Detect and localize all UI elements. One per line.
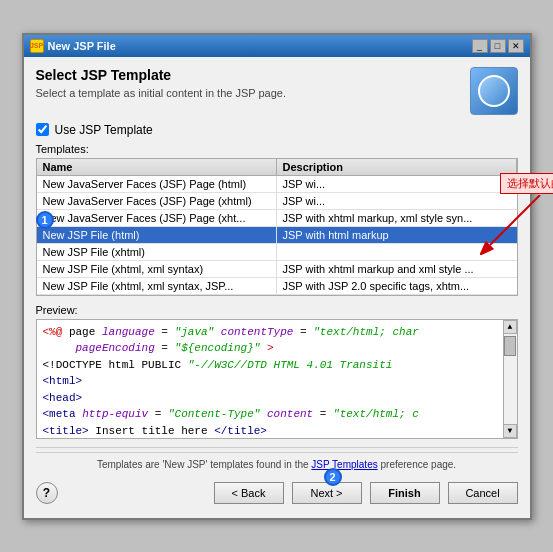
svg-line-0 [490,195,540,245]
table-header: Name Description [37,159,517,176]
col-header-name: Name [37,159,277,175]
row-desc: JSP with JSP 2.0 specific tags, xhtm... [277,278,517,294]
preview-line: <head> [43,390,511,407]
header-icon [470,67,518,115]
row-desc: JSP with xhtml markup and xml style ... [277,261,517,277]
col-header-desc: Description [277,159,517,175]
footer-text-before: Templates are 'New JSP' templates found … [97,459,311,470]
row-name: New JSP File (html) [37,227,277,243]
preview-label: Preview: [36,304,518,316]
page-subtitle: Select a template as initial content in … [36,87,470,99]
finish-button[interactable]: Finish [370,482,440,504]
divider [36,447,518,448]
use-template-row: Use JSP Template [36,123,518,137]
preview-line: <!DOCTYPE html PUBLIC "-//W3C//DTD HTML … [43,357,511,374]
annotation-callout: 选择默认的jsp文件模板 [500,173,554,194]
window-title: New JSP File [48,40,116,52]
help-button[interactable]: ? [36,482,58,504]
preview-line: <title> Insert title here </title> [43,423,511,439]
row-name: New JavaServer Faces (JSF) Page (html) [37,176,277,192]
preview-line: pageEncoding = "${encoding}" > [43,340,511,357]
table-row-selected[interactable]: New JSP File (html) JSP with html markup [37,227,517,244]
table-row[interactable]: New JavaServer Faces (JSF) Page (xht... … [37,210,517,227]
use-template-label: Use JSP Template [55,123,153,137]
row-name: New JSP File (xhtml, xml syntax, JSP... [37,278,277,294]
badge-2: 2 [324,468,342,486]
preview-area: <%@ page language = "java" contentType =… [36,319,518,439]
title-bar: JSP New JSP File _ □ ✕ [24,35,530,57]
maximize-button[interactable]: □ [490,39,506,53]
page-title: Select JSP Template [36,67,470,83]
title-controls: _ □ ✕ [472,39,524,53]
table-row[interactable]: New JSP File (xhtml, xml syntax, JSP... … [37,278,517,295]
title-bar-left: JSP New JSP File [30,39,116,53]
main-window: JSP New JSP File _ □ ✕ Select JSP Templa… [22,33,532,520]
preview-line: <%@ page language = "java" contentType =… [43,324,511,341]
table-row[interactable]: New JavaServer Faces (JSF) Page (xhtml) … [37,193,517,210]
use-template-checkbox[interactable] [36,123,49,136]
preview-line: <html> [43,373,511,390]
preview-scrollbar[interactable]: ▲ ▼ [503,320,517,438]
scroll-up-btn[interactable]: ▲ [503,320,517,334]
back-button[interactable]: < Back [214,482,284,504]
annotation-arrow [480,195,554,255]
header-icon-inner [478,75,510,107]
row-desc: JSP wi... [277,176,517,192]
scroll-down-btn[interactable]: ▼ [503,424,517,438]
window-icon: JSP [30,39,44,53]
footer-link[interactable]: JSP Templates [311,459,377,470]
button-row: ? < Back Next > Finish Cancel [36,478,518,508]
next-button[interactable]: Next > [292,482,362,504]
table-row[interactable]: New JavaServer Faces (JSF) Page (html) J… [37,176,517,193]
row-name: New JavaServer Faces (JSF) Page (xhtml) [37,193,277,209]
window-body: Select JSP Template Select a template as… [24,57,530,518]
close-button[interactable]: ✕ [508,39,524,53]
templates-table: Name Description New JavaServer Faces (J… [36,158,518,296]
header-left: Select JSP Template Select a template as… [36,67,470,109]
minimize-button[interactable]: _ [472,39,488,53]
table-row[interactable]: New JSP File (xhtml, xml syntax) JSP wit… [37,261,517,278]
footer-text-after: preference page. [380,459,456,470]
row-name: New JSP File (xhtml, xml syntax) [37,261,277,277]
header-area: Select JSP Template Select a template as… [36,67,518,115]
row-name: New JSP File (xhtml) [37,244,277,260]
scroll-thumb[interactable] [504,336,516,356]
templates-label: Templates: [36,143,518,155]
cancel-button[interactable]: Cancel [448,482,518,504]
preview-line: <meta http-equiv = "Content-Type" conten… [43,406,511,423]
badge-1: 1 [36,211,54,229]
footer-text: Templates are 'New JSP' templates found … [36,452,518,470]
row-name: New JavaServer Faces (JSF) Page (xht... [37,210,277,226]
table-row[interactable]: New JSP File (xhtml) [37,244,517,261]
